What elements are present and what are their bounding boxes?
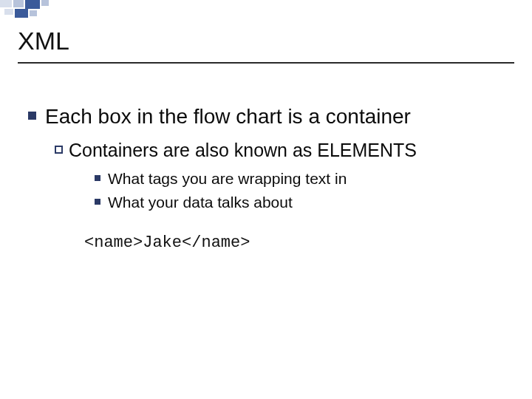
bullet-level3-a: What tags you are wrapping text in [95, 168, 504, 189]
bullet-level3b-text: What your data talks about [108, 192, 293, 213]
slide-content: Each box in the flow chart is a containe… [28, 103, 504, 252]
corner-decoration [0, 0, 59, 22]
bullet-level2-text: Containers are also known as ELEMENTS [69, 138, 417, 163]
title-underline [18, 62, 514, 64]
square-bullet-icon [28, 112, 36, 120]
hollow-square-bullet-icon [55, 146, 63, 154]
bullet-level3a-text: What tags you are wrapping text in [108, 168, 347, 189]
code-example: <name>Jake</name> [84, 233, 504, 252]
slide-title: XML [18, 27, 69, 55]
bullet-level1: Each box in the flow chart is a containe… [28, 103, 504, 129]
small-square-bullet-icon [95, 175, 100, 181]
bullet-level1-text: Each box in the flow chart is a containe… [45, 103, 411, 129]
bullet-level3-b: What your data talks about [95, 192, 504, 213]
bullet-level2: Containers are also known as ELEMENTS [55, 138, 504, 163]
small-square-bullet-icon [95, 199, 100, 205]
